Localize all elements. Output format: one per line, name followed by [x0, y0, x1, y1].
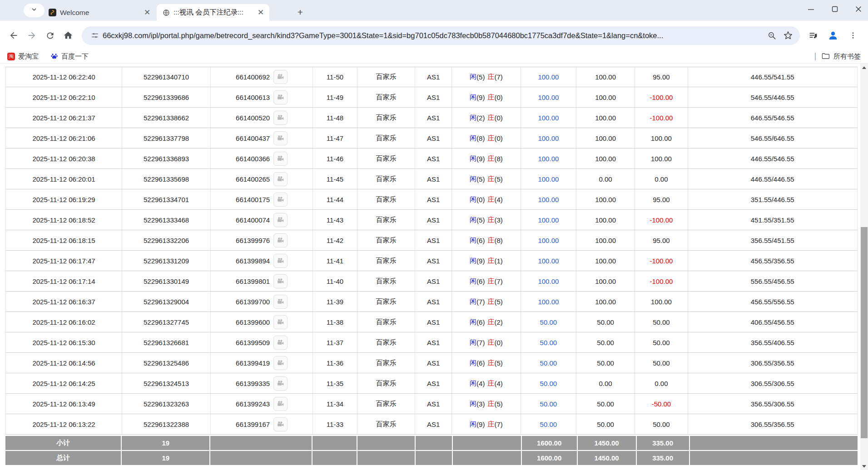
cell-result: 闲(5)庄(3): [452, 210, 521, 230]
player-points: (9): [476, 155, 485, 163]
minimize-button[interactable]: [808, 6, 814, 13]
bookmark-star-icon[interactable]: [780, 27, 796, 44]
scroll-up-arrow-icon[interactable]: [860, 64, 868, 71]
video-replay-icon[interactable]: [273, 152, 288, 166]
cell-bet-amount[interactable]: 100.00: [521, 271, 576, 291]
tab-welcome[interactable]: Welcome ✕: [43, 4, 156, 21]
cell-round: 11-45: [313, 169, 357, 189]
bet-number-text: 661399509: [236, 339, 270, 346]
url-text[interactable]: 66cxkj98.com/ipl/portal.php/game/betreco…: [103, 31, 764, 40]
cell-bet-amount[interactable]: 100.00: [521, 292, 576, 312]
video-replay-icon[interactable]: [273, 213, 288, 227]
cell-bet-number: 661400520: [211, 108, 313, 128]
maximize-button[interactable]: [832, 6, 838, 12]
tab-search-button[interactable]: [24, 4, 45, 17]
video-replay-icon[interactable]: [273, 336, 288, 350]
video-replay-icon[interactable]: [273, 233, 288, 247]
video-replay-icon[interactable]: [273, 254, 288, 268]
cell-bet-amount[interactable]: 50.00: [521, 332, 576, 352]
cell-bet-amount[interactable]: 50.00: [521, 414, 576, 434]
video-replay-icon[interactable]: [273, 417, 288, 431]
bookmark-baidu[interactable]: 百度一下: [50, 52, 89, 61]
cell-balance: 446.55/541.55: [688, 67, 858, 87]
video-replay-icon[interactable]: [273, 193, 288, 207]
cell-time: 2025-11-12 06:16:37: [5, 292, 122, 312]
cell-bet-amount[interactable]: 50.00: [521, 373, 576, 393]
cell-bet-amount[interactable]: 100.00: [521, 210, 576, 230]
cell-valid-amount: 100.00: [576, 251, 635, 271]
all-bookmarks-button[interactable]: 所有书签: [821, 52, 861, 62]
scrollbar-thumb[interactable]: [861, 227, 868, 438]
video-replay-icon[interactable]: [273, 111, 288, 125]
player-label: 闲: [470, 134, 476, 143]
site-settings-icon[interactable]: [87, 28, 103, 43]
tab-close-icon[interactable]: ✕: [257, 8, 265, 17]
cell-bet-amount[interactable]: 100.00: [521, 108, 576, 128]
all-bookmarks-label: 所有书签: [833, 52, 861, 61]
cell-table-name: AS1: [415, 87, 452, 107]
table-row: 2025-11-12 06:13:22522961322388661399167…: [5, 414, 858, 435]
cell-bet-amount[interactable]: 100.00: [521, 169, 576, 189]
cell-bet-amount[interactable]: 100.00: [521, 67, 576, 87]
media-controls-icon[interactable]: [804, 26, 822, 45]
cell-bet-amount[interactable]: 100.00: [521, 87, 576, 107]
banker-points: (0): [494, 134, 502, 142]
menu-kebab-icon[interactable]: [844, 26, 862, 45]
banker-points: (8): [494, 155, 502, 163]
cell-order-id: 522961340710: [122, 67, 211, 87]
cell-win-loss: -100.00: [635, 87, 688, 107]
cell-bet-amount[interactable]: 100.00: [521, 148, 576, 168]
bet-number-text: 661399419: [236, 359, 270, 367]
cell-bet-amount[interactable]: 50.00: [521, 394, 576, 414]
player-points: (6): [476, 359, 485, 367]
cell-win-loss: 100.00: [635, 292, 688, 312]
cell-result: 闲(5)庄(7): [452, 67, 521, 87]
tab-bet-record[interactable]: :::视讯 会员下注纪录::: ✕: [157, 4, 269, 21]
cell-table-name: AS1: [415, 271, 452, 291]
back-button[interactable]: [5, 26, 23, 45]
cell-order-id: 522961323263: [122, 394, 211, 414]
bookmark-label: 百度一下: [61, 52, 89, 61]
tab-close-icon[interactable]: ✕: [143, 8, 151, 17]
new-tab-button[interactable]: +: [294, 6, 306, 18]
player-points: (5): [476, 73, 485, 81]
cell-balance: 456.55/556.55: [688, 292, 858, 312]
video-replay-icon[interactable]: [273, 70, 288, 84]
bookmark-taobao[interactable]: 淘 爱淘宝: [7, 52, 39, 61]
cell-valid-amount: 50.00: [576, 312, 635, 332]
video-replay-icon[interactable]: [273, 376, 288, 391]
cell-result: 闲(6)庄(2): [452, 312, 521, 332]
home-button[interactable]: [59, 26, 77, 45]
cell-bet-amount[interactable]: 100.00: [521, 230, 576, 250]
cell-bet-amount[interactable]: 100.00: [521, 251, 576, 271]
video-replay-icon[interactable]: [273, 356, 288, 370]
video-replay-icon[interactable]: [273, 90, 288, 104]
cell-table-name: AS1: [415, 189, 452, 209]
cell-bet-amount[interactable]: 100.00: [521, 189, 576, 209]
reload-button[interactable]: [41, 26, 59, 45]
video-replay-icon[interactable]: [273, 172, 288, 186]
video-replay-icon[interactable]: [273, 274, 288, 288]
zoom-magnifier-icon[interactable]: [764, 27, 780, 44]
cell-bet-amount[interactable]: 50.00: [521, 312, 576, 332]
footer-empty: [453, 451, 521, 465]
footer-valid-total: 1450.00: [578, 436, 636, 450]
forward-button[interactable]: [23, 26, 41, 45]
vertical-scrollbar[interactable]: [860, 64, 868, 470]
address-bar[interactable]: 66cxkj98.com/ipl/portal.php/game/betreco…: [82, 26, 800, 45]
cell-time: 2025-11-12 06:17:14: [5, 271, 122, 291]
footer-row: 小计191600.001450.00335.00: [5, 436, 858, 450]
video-replay-icon[interactable]: [273, 295, 288, 309]
close-window-button[interactable]: [855, 6, 862, 12]
globe-icon: [162, 9, 170, 16]
scroll-down-arrow-icon[interactable]: [860, 462, 868, 470]
table-row: 2025-11-12 06:16:02522961327745661399600…: [5, 312, 858, 332]
video-replay-icon[interactable]: [273, 397, 288, 411]
footer-bet-total: 1600.00: [522, 451, 577, 465]
video-replay-icon[interactable]: [273, 315, 288, 329]
cell-bet-amount[interactable]: 50.00: [521, 353, 576, 373]
cell-bet-amount[interactable]: 100.00: [521, 128, 576, 148]
profile-avatar-icon[interactable]: [824, 26, 842, 45]
video-replay-icon[interactable]: [273, 131, 288, 145]
player-label: 闲: [470, 216, 476, 224]
